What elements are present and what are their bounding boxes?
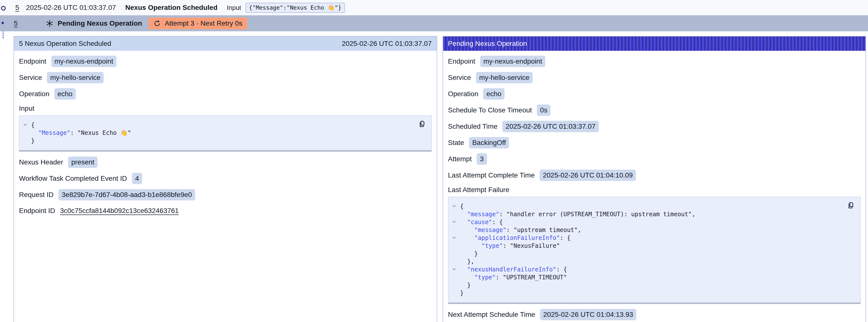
field-value-badge: my-nexus-endpoint bbox=[480, 56, 545, 67]
json-line-gutter bbox=[19, 121, 31, 129]
json-line-gutter bbox=[19, 129, 31, 137]
field-value-badge: 2025-02-26 UTC 01:04:13.93 bbox=[540, 309, 636, 320]
scheduled-event-panel: 5 Nexus Operation Scheduled 2025-02-26 U… bbox=[13, 36, 437, 322]
json-line: } bbox=[19, 137, 414, 145]
endpoint-id-link[interactable]: 3c0c75ccfa8144b092c13ce632463761 bbox=[60, 207, 179, 215]
field-next-attempt-schedule-time: Next Attempt Schedule Time 2025-02-26 UT… bbox=[448, 309, 861, 320]
field-value-badge: 4 bbox=[132, 173, 142, 184]
json-line: "type": "UPSTREAM_TIMEOUT" bbox=[448, 273, 843, 281]
field-label: Request ID bbox=[19, 191, 54, 199]
field-request-id: Request ID 3e829b7e-7d67-4b08-aad3-b1e86… bbox=[19, 189, 432, 200]
input-json-block: { "Message": "Nexus Echo 👋"} bbox=[19, 116, 432, 152]
failure-block-label: Last Attempt Failure bbox=[448, 186, 861, 194]
field-operation: Operation echo bbox=[19, 88, 432, 100]
scheduled-panel-header: 5 Nexus Operation Scheduled 2025-02-26 U… bbox=[14, 36, 437, 51]
field-endpoint: Endpoint my-nexus-endpoint bbox=[19, 56, 432, 67]
field-label: Endpoint bbox=[448, 58, 475, 65]
field-label: Service bbox=[19, 74, 42, 82]
field-label: Last Attempt Complete Time bbox=[448, 171, 535, 179]
json-line: "nexusHandlerFailureInfo": { bbox=[448, 265, 843, 273]
json-line: } bbox=[448, 281, 843, 289]
field-label: Schedule To Close Timeout bbox=[448, 106, 532, 114]
field-label: Operation bbox=[19, 90, 49, 98]
field-workflow-task-completed-event-id: Workflow Task Completed Event ID 4 bbox=[19, 173, 432, 184]
field-value-badge: echo bbox=[483, 88, 504, 100]
pending-id-link[interactable]: 5 bbox=[14, 20, 18, 27]
event-row-scheduled[interactable]: 5 2025-02-26 UTC 01:03:37.07 Nexus Opera… bbox=[0, 0, 868, 15]
json-line-gutter bbox=[448, 250, 460, 258]
field-value-badge: 0s bbox=[537, 104, 551, 116]
json-line-text: { bbox=[31, 121, 35, 129]
field-label: Attempt bbox=[448, 155, 472, 163]
copy-button[interactable] bbox=[418, 119, 428, 129]
json-line: } bbox=[448, 289, 843, 297]
field-value-badge: my-nexus-endpoint bbox=[51, 56, 117, 67]
field-value-badge: BackingOff bbox=[469, 137, 509, 149]
json-line: "Message": "Nexus Echo 👋" bbox=[19, 129, 414, 137]
pending-operation-panel: Pending Nexus Operation Endpoint my-nexu… bbox=[443, 36, 866, 322]
collapse-toggle-icon[interactable] bbox=[453, 267, 456, 270]
field-label: Scheduled Time bbox=[448, 123, 498, 130]
field-label: Endpoint ID bbox=[19, 207, 55, 215]
json-line-text: } bbox=[460, 250, 478, 258]
input-block-label: Input bbox=[19, 104, 432, 112]
field-label: State bbox=[448, 139, 464, 147]
field-value-badge: 2025-02-26 UTC 01:03:37.07 bbox=[502, 121, 598, 132]
event-id-link[interactable]: 5 bbox=[15, 4, 19, 11]
json-line: }, bbox=[448, 258, 843, 265]
collapse-toggle-icon[interactable] bbox=[453, 235, 456, 239]
json-line: "message": "upstream timeout", bbox=[448, 226, 843, 234]
json-line: { bbox=[448, 202, 843, 210]
json-line: } bbox=[448, 250, 843, 258]
field-attempt: Attempt 3 bbox=[448, 153, 861, 165]
field-label: Endpoint bbox=[19, 58, 46, 65]
json-line-gutter bbox=[448, 281, 460, 289]
event-timestamp: 2025-02-26 UTC 01:03:37.07 bbox=[26, 4, 116, 11]
json-line-gutter bbox=[448, 226, 460, 234]
field-last-attempt-complete-time: Last Attempt Complete Time 2025-02-26 UT… bbox=[448, 170, 861, 181]
collapse-toggle-icon[interactable] bbox=[453, 204, 456, 207]
json-line: { bbox=[19, 121, 414, 129]
json-line-text: "message": "upstream timeout", bbox=[460, 226, 581, 234]
retry-badge-text: Attempt 3 · Next Retry 0s bbox=[165, 20, 242, 27]
json-line-text: "Message": "Nexus Echo 👋" bbox=[31, 129, 131, 137]
json-line-text: { bbox=[460, 202, 464, 210]
field-value-badge: my-hello-service bbox=[47, 72, 104, 83]
json-line-text: "type": "NexusFailure" bbox=[460, 242, 560, 250]
field-scheduled-time: Scheduled Time 2025-02-26 UTC 01:03:37.0… bbox=[448, 121, 861, 132]
detail-panels: 5 Nexus Operation Scheduled 2025-02-26 U… bbox=[13, 36, 866, 322]
field-endpoint-id: Endpoint ID 3c0c75ccfa8144b092c13ce63246… bbox=[19, 205, 432, 216]
retry-attempt-badge: Attempt 3 · Next Retry 0s bbox=[149, 18, 247, 29]
json-line-text: "nexusHandlerFailureInfo": { bbox=[460, 265, 567, 273]
field-value-badge: present bbox=[68, 157, 97, 168]
json-line: "applicationFailureInfo": { bbox=[448, 234, 843, 242]
collapse-toggle-icon[interactable] bbox=[24, 123, 27, 126]
timeline-event-dot bbox=[1, 6, 6, 10]
event-row-pending[interactable]: 5 Pending Nexus Operation Attempt 3 · Ne… bbox=[0, 15, 868, 31]
field-value-badge: my-hello-service bbox=[476, 72, 533, 83]
json-line-text: "message": "handler error (UPSTREAM_TIME… bbox=[460, 210, 695, 218]
field-label: Nexus Header bbox=[19, 158, 63, 166]
json-line-text: } bbox=[460, 289, 464, 297]
field-label: Service bbox=[448, 74, 471, 82]
field-value-badge: 2025-02-26 UTC 01:04:10.09 bbox=[539, 170, 636, 181]
collapse-toggle-icon[interactable] bbox=[453, 220, 456, 223]
field-nexus-header: Nexus Header present bbox=[19, 157, 432, 168]
field-schedule-to-close-timeout: Schedule To Close Timeout 0s bbox=[448, 104, 861, 116]
json-line-gutter bbox=[19, 137, 31, 145]
json-line-text: "cause": { bbox=[460, 218, 503, 226]
json-line: "message": "handler error (UPSTREAM_TIME… bbox=[448, 210, 843, 218]
pending-title: Pending Nexus Operation bbox=[58, 20, 142, 27]
json-line-text: }, bbox=[460, 258, 474, 265]
json-line-gutter bbox=[448, 265, 460, 273]
retry-icon bbox=[153, 20, 161, 27]
json-line-gutter bbox=[448, 234, 460, 242]
field-label: Workflow Task Completed Event ID bbox=[19, 174, 127, 183]
failure-json-block: { "message": "handler error (UPSTREAM_TI… bbox=[448, 197, 861, 304]
pending-asterisk-icon bbox=[45, 19, 54, 28]
field-service: Service my-hello-service bbox=[19, 72, 432, 83]
copy-button[interactable] bbox=[846, 200, 857, 210]
field-value-badge: 3e829b7e-7d67-4b08-aad3-b1e868bfe9e0 bbox=[59, 189, 195, 200]
timeline-pending-dot bbox=[1, 22, 4, 24]
field-value-badge: echo bbox=[54, 88, 76, 100]
